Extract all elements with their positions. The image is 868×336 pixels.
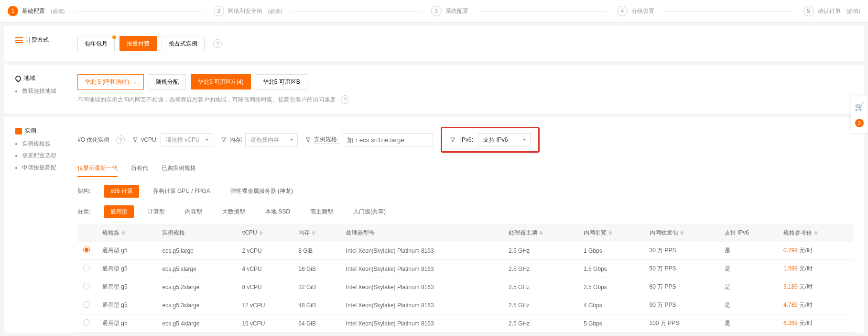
zone-random[interactable]: 随机分配: [149, 74, 186, 90]
wizard-sep: [74, 11, 204, 11]
cell-vcpu: 2 vCPU: [236, 242, 293, 260]
memory-select[interactable]: 请选择内存: [245, 133, 298, 146]
instance-card: 实例 实例规格族 场景配置选型 申请按量高配 I/O 优化实例 ? vCPU: …: [4, 117, 864, 333]
cell-family: 通用型 g5: [97, 260, 156, 278]
cat-compute[interactable]: 计算型: [141, 205, 171, 218]
cell-family: 通用型 g5: [97, 296, 156, 314]
th-mem[interactable]: 内存: [293, 224, 340, 242]
step-label: 分组设置: [631, 7, 654, 15]
tab-latest-gen[interactable]: 仅显示最新一代: [77, 160, 118, 177]
tab-purchased[interactable]: 已购实例规格: [162, 160, 196, 177]
step-number: 5: [803, 6, 814, 16]
cell-ipv6: 是: [719, 242, 778, 260]
cell-cpu-freq: 2.5 GHz: [503, 242, 578, 260]
th-vcpu[interactable]: vCPU: [236, 224, 293, 242]
cell-spec: ecs.g5.3xlarge: [156, 296, 236, 314]
row-radio[interactable]: [83, 319, 90, 326]
step-number: 4: [617, 6, 628, 16]
help-icon[interactable]: ?: [213, 39, 222, 48]
wizard-step-5[interactable]: 5 确认订单 (必填): [803, 6, 860, 16]
cat-localssd[interactable]: 本地 SSD: [259, 205, 296, 218]
instance-title: 实例: [15, 127, 68, 135]
zone-a[interactable]: 华北5 可用区A (4): [191, 74, 250, 90]
instance-link-quota[interactable]: 申请按量高配: [22, 164, 68, 172]
cell-vcpu: 16 vCPU: [236, 314, 293, 333]
th-cpu-freq[interactable]: 处理器主频: [503, 224, 578, 242]
cell-cpu-freq: 2.5 GHz: [503, 260, 578, 278]
table-row[interactable]: 通用型 g5ecs.g5.2xlarge8 vCPU32 GiBIntel Xe…: [77, 278, 853, 296]
region-dropdown[interactable]: 华北 5 (呼和浩特) ⌄: [77, 74, 144, 90]
sort-icon: [680, 229, 684, 237]
wizard-step-2[interactable]: 2 网络和安全组 (必填): [214, 6, 282, 16]
cell-ipv6: 是: [719, 296, 778, 314]
tab-all-gen[interactable]: 所有代: [131, 160, 148, 177]
cell-cpu-model: Intel Xeon(Skylake) Platinum 8163: [340, 278, 503, 296]
cat-general[interactable]: 通用型: [104, 205, 134, 218]
funnel-icon: [132, 137, 138, 143]
sort-icon: [814, 229, 818, 237]
pin-icon: [14, 74, 22, 82]
cart-panel[interactable]: 🛒 购物车 2: [851, 96, 868, 134]
th-ipv6: 支持 IPv6: [719, 224, 778, 242]
th-pps[interactable]: 内网收发包: [644, 224, 719, 242]
cat-label: 分类:: [77, 208, 97, 216]
io-optimize-label: I/O 优化实例 ?: [77, 135, 125, 144]
vcpu-select[interactable]: 请选择 vCPU: [161, 133, 213, 146]
table-row[interactable]: 通用型 g5ecs.g5.large2 vCPU8 GiBIntel Xeon(…: [77, 242, 853, 260]
generation-tabs: 仅显示最新一代 所有代 已购实例规格: [77, 160, 853, 177]
instance-link-scene[interactable]: 场景配置选型: [22, 152, 68, 160]
ipv6-select[interactable]: 支持 IPv6: [478, 133, 531, 146]
step-label: 基础配置: [22, 7, 45, 15]
bars-icon: [15, 37, 23, 43]
instance-title-text: 实例: [25, 127, 36, 135]
cat-entry[interactable]: 入门级(共享): [347, 205, 392, 218]
cell-vcpu: 12 vCPU: [236, 296, 293, 314]
cell-family: 通用型 g5: [97, 242, 156, 260]
row-radio[interactable]: [83, 283, 90, 290]
table-row[interactable]: 通用型 g5ecs.g5.3xlarge12 vCPU48 GiBIntel X…: [77, 296, 853, 314]
help-icon[interactable]: ?: [116, 135, 125, 144]
cat-memory[interactable]: 内存型: [179, 205, 208, 218]
arch-baremetal[interactable]: 弹性裸金属服务器 (神龙): [224, 185, 299, 198]
cart-icon: 🛒: [851, 102, 868, 111]
wizard-step-4[interactable]: 4 分组设置: [617, 6, 654, 16]
region-note: 不同地域的实例之间内网互不相通；选择靠近您客户的地域，可降低网络时延、提高您客户…: [77, 95, 349, 104]
cat-highfreq[interactable]: 高主频型: [304, 205, 339, 218]
billing-option-subscription[interactable]: 包年包月: [77, 36, 115, 51]
instance-link-family[interactable]: 实例规格族: [22, 140, 68, 148]
category-chips: 分类: 通用型 计算型 内存型 大数据型 本地 SSD 高主频型 入门级(共享): [77, 205, 853, 218]
spec-search-input[interactable]: [342, 133, 433, 146]
instance-filters: I/O 优化实例 ? vCPU: 请选择 vCPU 内存: 请选择内存 实例规格…: [77, 127, 853, 153]
th-spec: 实例规格: [156, 224, 236, 242]
region-selected-label: 华北 5 (呼和浩特): [85, 78, 129, 86]
table-row[interactable]: 通用型 g5ecs.g5.4xlarge16 vCPU64 GiBIntel X…: [77, 314, 853, 333]
table-row[interactable]: 通用型 g5ecs.g5.xlarge4 vCPU16 GiBIntel Xeo…: [77, 260, 853, 278]
wizard-step-3[interactable]: 3 系统配置: [431, 6, 468, 16]
cell-spec: ecs.g5.xlarge: [156, 260, 236, 278]
arch-x86[interactable]: x86 计算: [104, 185, 139, 198]
row-radio[interactable]: [83, 265, 90, 271]
th-bandwidth[interactable]: 内网带宽: [578, 224, 643, 242]
cell-bandwidth: 4 Gbps: [578, 296, 643, 314]
cell-cpu-model: Intel Xeon(Skylake) Platinum 8163: [340, 242, 503, 260]
cell-cpu-model: Intel Xeon(Skylake) Platinum 8163: [340, 314, 503, 333]
help-icon[interactable]: ?: [341, 95, 349, 104]
cell-price: 3.189 元/时: [778, 278, 853, 296]
wizard-step-1[interactable]: 1 基础配置 (必填): [8, 6, 65, 16]
row-radio[interactable]: [83, 246, 90, 253]
funnel-icon: [450, 137, 456, 143]
th-family[interactable]: 规格族: [97, 224, 156, 242]
cat-bigdata[interactable]: 大数据型: [216, 205, 251, 218]
billing-option-spot[interactable]: 抢占式实例: [162, 36, 205, 51]
billing-option-payg[interactable]: 按量付费: [119, 36, 157, 51]
cell-ipv6: 是: [719, 260, 778, 278]
arch-gpu[interactable]: 异构计算 GPU / FPGA: [147, 185, 217, 198]
cell-cpu-freq: 2.5 GHz: [503, 314, 578, 333]
zone-b[interactable]: 华北5 可用区B: [256, 74, 307, 90]
billing-title: 计费方式: [15, 36, 68, 44]
cell-mem: 64 GiB: [293, 314, 340, 333]
region-help-link[interactable]: 教我选择地域: [22, 87, 68, 95]
billing-title-text: 计费方式: [26, 36, 49, 44]
row-radio[interactable]: [83, 301, 90, 308]
th-price[interactable]: 规格参考价: [778, 224, 853, 242]
